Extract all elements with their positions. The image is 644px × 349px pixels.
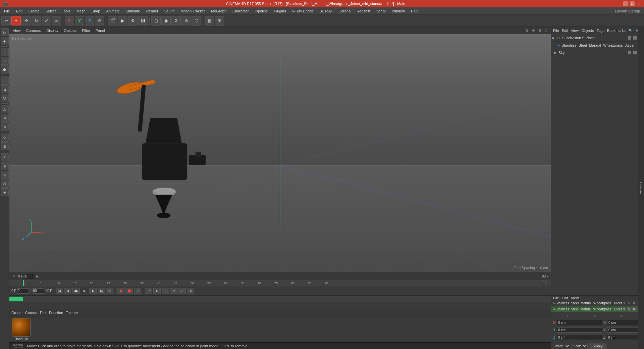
scale-select[interactable]: Scale: [572, 343, 588, 349]
loop-button[interactable]: ⟳: [106, 288, 113, 294]
om-view[interactable]: View: [571, 29, 579, 33]
keyframe-all[interactable]: A: [178, 288, 186, 294]
auto-record-button[interactable]: 🔴: [125, 288, 133, 294]
menu-character[interactable]: Character: [230, 8, 251, 14]
coord-file[interactable]: File: [553, 296, 559, 300]
om-tags[interactable]: Tags: [597, 29, 604, 33]
ci-r[interactable]: R: [632, 307, 636, 311]
lt-floor[interactable]: ⊛: [1, 122, 9, 131]
coord-object-row[interactable]: ◈ Stainless_Steel_Manual_Wheatgrass_Juic…: [551, 306, 638, 312]
menu-motion-tracker[interactable]: Motion Tracker: [178, 8, 208, 14]
ci-s[interactable]: S: [622, 307, 626, 311]
view-mode-3[interactable]: ⚙: [171, 16, 181, 26]
menu-mograph[interactable]: MoGraph: [208, 8, 229, 14]
minimize-button[interactable]: —: [623, 1, 628, 6]
menu-vray[interactable]: V-Ray Bridge: [289, 8, 317, 14]
display-mode-1[interactable]: ▦: [205, 16, 214, 26]
vp-menu-display[interactable]: Display: [45, 28, 60, 33]
lt-tool2[interactable]: ⊕: [1, 162, 9, 170]
menu-snap[interactable]: Snap: [89, 8, 103, 14]
lt-light[interactable]: ◬: [1, 105, 9, 113]
viewport[interactable]: X Y Z: [9, 34, 551, 272]
menu-help[interactable]: Help: [408, 8, 421, 14]
keyframe-pos[interactable]: P: [145, 288, 152, 294]
mat-menu-create[interactable]: Create: [11, 311, 22, 315]
keyframe-rot[interactable]: R: [153, 288, 161, 294]
axis-x-button[interactable]: X: [65, 16, 74, 26]
vp-icon-4[interactable]: ◻: [543, 28, 549, 33]
mat-menu-edit[interactable]: Edit: [40, 311, 46, 315]
vp-icon-1[interactable]: ⊕: [524, 28, 530, 33]
coord-edit[interactable]: Edit: [562, 296, 568, 300]
coord-view[interactable]: View: [571, 296, 579, 300]
apply-button[interactable]: Apply: [589, 343, 607, 349]
move-tool-button[interactable]: ✛: [21, 16, 31, 26]
play-button[interactable]: ▶: [81, 288, 88, 294]
menu-redshift[interactable]: Redshift: [354, 8, 373, 14]
render-region-button[interactable]: 🎬: [108, 16, 117, 26]
view-mode-5[interactable]: ⬡: [192, 16, 201, 26]
axis-y-button[interactable]: Y: [75, 16, 84, 26]
view-mode-2[interactable]: ◉: [161, 16, 171, 26]
timeline-icon-1[interactable]: ≡: [11, 274, 17, 279]
timeline-more[interactable]: ≡: [187, 288, 194, 294]
world-axis-button[interactable]: ⊕: [95, 16, 104, 26]
om-bookmarks[interactable]: Bookmarks: [607, 29, 626, 33]
lt-tool3[interactable]: ⊞: [1, 171, 9, 179]
mat-menu-texture[interactable]: Texture: [66, 311, 78, 315]
menu-plugins[interactable]: Plugins: [271, 8, 288, 14]
lt-spline[interactable]: ⊿: [1, 85, 9, 93]
lt-texture-tool[interactable]: ◈: [1, 37, 9, 45]
record-button[interactable]: ⏺: [117, 288, 124, 294]
new-object-button[interactable]: +: [11, 16, 21, 26]
om-objects[interactable]: Objects: [581, 29, 594, 33]
lt-effector[interactable]: ⊠: [1, 142, 9, 150]
timeline-track[interactable]: [9, 296, 551, 302]
menu-corona[interactable]: Corona: [336, 8, 353, 14]
om-edit[interactable]: Edit: [562, 29, 568, 33]
lt-tool1[interactable]: ⋮: [1, 153, 9, 161]
menu-3dtoall[interactable]: 3DToAll: [317, 8, 335, 14]
object-row-juicer[interactable]: ◈ Stainless_Steel_Manual_Wheatgrass_Juic…: [551, 42, 638, 49]
close-button[interactable]: ✕: [637, 1, 641, 6]
go-to-start-button[interactable]: |◀: [56, 288, 63, 294]
coord-x-pos-input[interactable]: [557, 320, 602, 325]
coord-z-pos-input[interactable]: [557, 335, 602, 340]
undo-button[interactable]: ↩: [1, 16, 11, 26]
view-mode-4[interactable]: ⊛: [181, 16, 191, 26]
render-button[interactable]: ▶: [118, 16, 127, 26]
lt-camera[interactable]: ⊘: [1, 114, 9, 122]
end-frame-input[interactable]: [33, 288, 44, 294]
lt-deformer[interactable]: ⟳: [1, 134, 9, 142]
menu-render[interactable]: Render: [144, 8, 161, 14]
mat-menu-corona[interactable]: Corona: [25, 311, 37, 315]
menu-select[interactable]: Select: [43, 8, 59, 14]
lt-model-tool[interactable]: ▷: [1, 28, 9, 36]
sky-vis2[interactable]: [633, 51, 637, 54]
vp-menu-options[interactable]: Options: [62, 28, 78, 33]
prev-frame-button[interactable]: ◀: [64, 288, 71, 294]
menu-animate[interactable]: Animate: [104, 8, 122, 14]
ci-v[interactable]: V: [627, 307, 631, 311]
menu-edit[interactable]: Edit: [13, 8, 25, 14]
om-search-icon[interactable]: 🔍: [628, 28, 633, 33]
vp-icon-2[interactable]: ⊛: [531, 28, 536, 33]
coord-y-pos-input[interactable]: [557, 327, 602, 333]
keyframe-scale[interactable]: S: [162, 288, 169, 294]
sky-vis1[interactable]: [628, 51, 631, 54]
lt-edges[interactable]: ⊟: [1, 57, 9, 65]
vp-menu-view[interactable]: View: [11, 28, 22, 33]
rotate-tool-button[interactable]: ↻: [32, 16, 41, 26]
timeline-frame-input[interactable]: [24, 274, 34, 279]
vp-icon-3[interactable]: ⊞: [537, 28, 542, 33]
frame-value-input[interactable]: [17, 288, 29, 294]
lt-generator[interactable]: ⬡: [1, 94, 9, 102]
menu-simulate[interactable]: Simulate: [123, 8, 143, 14]
lt-null-object[interactable]: ◻: [1, 77, 9, 85]
axis-z-button[interactable]: Z: [85, 16, 94, 26]
render-picture-button[interactable]: 🖼: [138, 16, 148, 26]
menu-sculpt[interactable]: Sculpt: [162, 8, 177, 14]
lt-polygons[interactable]: ⬟: [1, 65, 9, 73]
subdivision-vis1[interactable]: [628, 36, 631, 40]
menu-window[interactable]: Window: [389, 8, 408, 14]
